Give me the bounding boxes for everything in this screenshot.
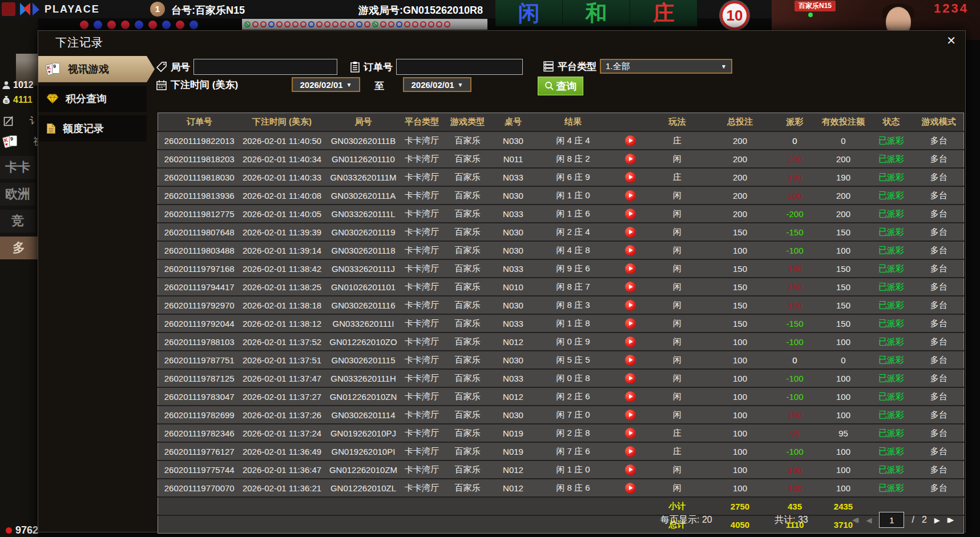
road-bead-icon [420, 21, 426, 27]
game-mode-cell: 多台 [914, 168, 964, 186]
play-icon[interactable] [625, 318, 636, 329]
play-type-cell: 闲 [646, 205, 709, 223]
column-header: 玩法 [646, 113, 709, 132]
play-icon[interactable] [625, 355, 636, 366]
search-icon [545, 81, 554, 91]
result-cell: 闲 6 庄 9 [532, 168, 615, 186]
prev-page-button[interactable]: ◀ [866, 516, 872, 524]
play-icon[interactable] [625, 391, 636, 402]
first-page-button[interactable]: ◀◀ [852, 516, 858, 524]
play-icon[interactable] [625, 428, 636, 439]
bet-records-table: 订单号下注时间 (美东)局号平台类型游戏类型桌号结果玩法总投注派彩有效投注额状态… [158, 113, 964, 534]
replay-cell [615, 332, 646, 351]
rail-menu-item[interactable]: 欧洲 [0, 183, 35, 206]
bet-zone-和[interactable]: 和 [563, 0, 630, 26]
sidebar-item-视讯游戏[interactable]: K♥9视讯游戏 [38, 56, 155, 82]
total-bet-cell: 150 [709, 259, 772, 278]
order-id-cell: 260201119792044 [158, 314, 241, 332]
date-from-select[interactable]: 2026/02/01 ▼ [292, 77, 360, 92]
play-icon[interactable] [625, 373, 636, 384]
table-row: 2602011198127752026-02-01 11:40:05GN0332… [158, 205, 964, 223]
round-id-cell: GN012262010ZM [324, 460, 404, 479]
bet-zone-闲[interactable]: 闲 [495, 0, 563, 26]
playace-logo-icon [19, 2, 41, 17]
play-icon[interactable] [625, 135, 636, 146]
play-icon[interactable] [625, 209, 636, 219]
replay-cell [615, 369, 646, 387]
bet-time-cell: 2026-02-01 11:37:47 [241, 369, 324, 387]
play-icon[interactable] [625, 154, 636, 165]
play-icon[interactable] [625, 172, 636, 183]
play-icon[interactable] [625, 282, 636, 292]
game-mode-cell: 多台 [914, 479, 964, 497]
play-icon[interactable] [625, 336, 636, 347]
table-no-cell: N019 [495, 424, 532, 442]
payout-cell: -150 [772, 314, 818, 332]
platform-cell: 卡卡湾厅 [404, 278, 441, 296]
road-bead-icon [284, 21, 291, 27]
play-icon[interactable] [625, 227, 636, 238]
search-button[interactable]: 查询 [538, 77, 583, 95]
platform-cell: 卡卡湾厅 [404, 479, 441, 497]
rail-menu-item[interactable]: 竞 [0, 210, 35, 233]
bet-time-cell: 2026-02-01 11:38:25 [241, 278, 324, 296]
column-header: 状态 [869, 113, 914, 132]
rail-menu-item[interactable]: 卡卡 [0, 156, 35, 179]
moneybag-icon: S [2, 95, 11, 105]
order-id-cell: 260201119787751 [158, 351, 241, 369]
status-cell: 已派彩 [869, 369, 914, 387]
status-cell: 已派彩 [869, 168, 914, 186]
bet-time-cell: 2026-02-01 11:36:49 [241, 442, 324, 460]
bet-zone-庄[interactable]: 庄 [630, 0, 697, 26]
play-icon[interactable] [625, 464, 636, 475]
road-strip [242, 19, 487, 30]
play-icon[interactable] [625, 245, 636, 256]
order-id-cell: 260201119787125 [158, 369, 241, 387]
play-icon[interactable] [625, 410, 636, 420]
play-icon[interactable] [625, 446, 636, 457]
close-icon[interactable]: ✕ [946, 34, 956, 47]
bead-icon [148, 21, 157, 29]
page-input[interactable] [879, 512, 904, 528]
replay-cell [615, 314, 646, 332]
rail-menu-item[interactable]: 多 [0, 237, 38, 259]
person-icon [2, 81, 11, 90]
sidebar-item-积分查询[interactable]: 积分查询 [38, 86, 147, 112]
video-games-row[interactable]: K♥9 视 [3, 135, 43, 148]
replay-cell [615, 387, 646, 406]
result-cell: 闲 5 庄 5 [532, 351, 615, 369]
last-page-button[interactable]: ▶▶ [947, 516, 954, 524]
bead-icon [135, 21, 143, 29]
round-id-cell: GN01026201101 [324, 278, 404, 296]
play-icon[interactable] [625, 263, 636, 274]
table-row: 2602011198220132026-02-01 11:40:50GN0302… [158, 131, 964, 150]
game-type-cell: 百家乐 [441, 460, 495, 479]
play-icon[interactable] [625, 300, 636, 311]
round-id-cell: GN0332620111J [324, 259, 404, 278]
edit-row[interactable]: 讠 [3, 114, 39, 127]
date-to-select[interactable]: 2026/02/01 ▼ [403, 77, 471, 92]
sidebar-item-label: 视讯游戏 [68, 62, 109, 76]
play-type-cell: 闲 [646, 460, 709, 479]
order-input[interactable] [396, 59, 523, 75]
sidebar-item-额度记录[interactable]: 额度记录 [38, 115, 147, 142]
total-bet-cell: 100 [709, 332, 772, 351]
table-row: 2602011197757442026-02-01 11:36:47GN0122… [158, 460, 964, 479]
next-page-button[interactable]: ▶ [934, 516, 940, 524]
platform-select[interactable]: 1.全部 ▼ [600, 59, 732, 74]
column-header: 桌号 [495, 113, 532, 132]
total-count-label: 共计: 33 [775, 514, 808, 526]
play-icon[interactable] [625, 190, 636, 201]
round-id-cell: GN0332620111M [324, 168, 404, 186]
table-row: 2602011197823462026-02-01 11:37:24GN0192… [158, 424, 964, 442]
platform-filter: 平台类型 1.全部 ▼ [543, 59, 732, 74]
game-mode-cell: 多台 [914, 296, 964, 314]
platform-cell: 卡卡湾厅 [404, 296, 441, 314]
play-icon[interactable] [625, 483, 636, 494]
table-no-cell: N012 [495, 460, 532, 479]
round-id-cell: GN0302620111B [324, 131, 404, 150]
result-cell: 闲 0 庄 9 [532, 332, 615, 351]
round-input[interactable] [193, 59, 337, 75]
svg-text:S: S [5, 99, 8, 104]
total-bet-cell: 100 [709, 369, 772, 387]
